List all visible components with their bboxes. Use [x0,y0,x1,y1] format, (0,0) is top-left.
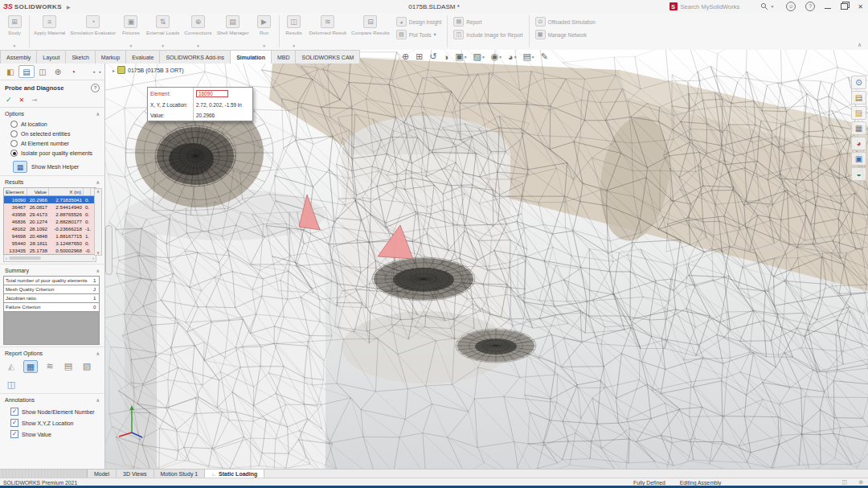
fixtures-button[interactable]: ▣Fixtures▾ [118,13,144,50]
minimize-icon[interactable] [825,8,831,9]
deformed-result-button[interactable]: ≋Deformed Result [307,13,349,50]
display-manager-icon[interactable]: ◔ [66,66,80,77]
tree-expand-icon[interactable]: ▸ [113,68,115,73]
ribbon-collapse-icon[interactable]: ∧ [858,42,862,48]
tab-solidworks-cam[interactable]: SOLIDWORKS CAM [295,50,360,64]
scrollbar-thumb[interactable] [9,256,41,260]
column-header[interactable]: Value [27,188,49,195]
previous-view-icon[interactable]: ↺ [429,51,436,62]
result-row[interactable]: 4816228.1092-0.23666218-1. [4,225,96,232]
show-mesh-helper[interactable]: ▦ Show Mesh Helper [13,161,104,173]
dimxpert-manager-icon[interactable]: ⊕ [51,66,65,77]
view-orientation-icon[interactable]: ▣▾ [455,51,466,62]
design-insight-button[interactable]: ◕Design Insight [396,17,442,27]
results-table[interactable]: ElementValueX (in) 1609020.29662.7183504… [3,187,96,255]
configuration-manager-icon[interactable]: ◫ [35,66,50,77]
display-style-icon[interactable]: ▨▾ [473,51,484,62]
report-options-section-header[interactable]: Report Options∧ [0,348,104,358]
comments-icon[interactable]: ✎ [541,51,548,62]
dropdown-icon[interactable]: ▾ [197,43,199,50]
property-manager-icon[interactable]: ▤ [18,65,35,78]
capture-image-icon[interactable]: ▧ [80,360,93,371]
tab-layout[interactable]: Layout [36,50,66,64]
radio-at-element-number[interactable]: At Element number [10,140,104,147]
apply-material-button[interactable]: ≡Apply Material [31,13,68,50]
result-row[interactable]: 4395829.41732.887655260. [4,211,96,218]
status-units-icon[interactable]: ◫ [842,479,848,486]
options-section-header[interactable]: Options∧ [0,109,104,118]
dropdown-icon[interactable]: ▾ [293,43,295,50]
tab-sketch[interactable]: Sketch [65,50,95,64]
feature-manager-tree-icon[interactable]: ◧ [3,66,18,77]
edit-appearance-icon[interactable]: ◕▾ [508,52,516,62]
tab-assembly[interactable]: Assembly [0,50,37,64]
panel-scrollbar-thumb[interactable] [105,225,113,275]
connections-button[interactable]: ⊕Connections▾ [182,13,214,50]
column-header[interactable]: Element [4,188,27,195]
search-icon[interactable] [760,2,768,10]
tab-simulation[interactable]: Simulation [230,50,272,64]
radio-at-location[interactable]: At location [10,121,104,128]
report-button[interactable]: ▤Report [453,17,522,27]
include-report-icon[interactable]: ▦ [23,360,38,373]
shell-manager-button[interactable]: ▤Shell Manager [215,13,252,50]
dropdown-icon[interactable]: ▾ [433,31,436,38]
dropdown-icon[interactable]: ▾ [14,43,16,50]
results-vertical-scrollbar[interactable]: ∧∨ [94,188,102,256]
close-icon[interactable]: ✕ [858,3,863,10]
collapse-icon[interactable]: ∧ [96,268,100,273]
save-report-icon[interactable]: ◭ [5,360,18,371]
result-row[interactable]: 13343525.17380.50002968-0. [4,247,96,254]
design-library-icon[interactable]: ▤ [851,91,866,105]
login-icon[interactable]: ☺ [786,2,796,11]
view-settings-icon[interactable]: ▤▾ [522,51,534,62]
file-explorer-icon[interactable]: ▨ [851,106,866,120]
hide-show-items-icon[interactable]: ◉▾ [491,51,502,62]
collapse-icon[interactable]: ∧ [96,179,100,185]
column-header[interactable]: X (in) [49,188,84,195]
checkbox-show-x-y-z-location[interactable]: ✓Show X,Y,Z Location [10,419,104,427]
checkbox-show-value[interactable]: ✓Show Value [10,430,104,438]
solidworks-resources-icon[interactable]: ⊙ [851,76,866,89]
collapse-icon[interactable]: ∧ [96,351,100,356]
manage-network-button[interactable]: ▦Manage Network [535,30,596,39]
study-button[interactable]: ⊞Study▾ [2,13,27,50]
include-image-for-report-button[interactable]: ◫Include Image for Report [453,30,522,39]
dropdown-icon[interactable]: ▾ [162,43,164,50]
tab-markup[interactable]: Markup [95,50,126,64]
results-horizontal-scrollbar[interactable]: ‹› [3,255,96,262]
help-icon[interactable]: ? [805,2,815,11]
compare-results-button[interactable]: ⊟Compare Results [349,13,392,50]
response-graph-icon[interactable]: ≋ [43,360,56,371]
tree-root-label[interactable]: 0175B (0175B 3 ORT) [128,68,184,73]
search-options-icon[interactable]: ▾ [772,4,774,9]
result-row[interactable]: 4683620.12742.882801770. [4,218,96,225]
feature-tree-flyout[interactable]: ▸ 0175B (0175B 3 ORT) [113,66,184,74]
section-view-icon[interactable]: ◑ [444,52,449,62]
search-input[interactable]: Search MySolidWorks [681,3,757,10]
zoom-to-area-icon[interactable]: ⊞ [416,51,423,62]
collapse-icon[interactable]: ∧ [96,397,100,403]
offloaded-simulation-button[interactable]: ⊙Offloaded Simulation [535,17,596,27]
appearances-scenes-icon[interactable]: ◕ [851,137,866,150]
external-loads-button[interactable]: ⇅External Loads▾ [144,13,182,50]
plot-tools-button[interactable]: ▧Plot Tools▾ [396,30,442,39]
annotations-section-header[interactable]: Annotations∧ [0,395,104,404]
summary-section-header[interactable]: Summary∧ [0,265,104,275]
panel-help-icon[interactable]: ? [91,84,100,92]
graphics-viewport[interactable]: ▸ 0175B (0175B 3 ORT) ⊕⊞↺◑▣▾▨▾◉▾◕▾▤▾✎ El… [104,50,868,469]
collapse-icon[interactable]: ∧ [96,111,100,117]
tab-evaluate[interactable]: Evaluate [125,50,160,64]
result-row[interactable]: 3646726.08172.544149400. [4,203,96,211]
copy-icon[interactable]: ◫ [5,379,18,390]
solidworks-forum-icon[interactable]: ◒ [851,167,866,181]
tab-mbd[interactable]: MBD [271,50,297,64]
restore-icon[interactable] [841,3,848,10]
mesh-helper-icon[interactable]: ▦ [13,161,27,173]
view-palette-icon[interactable]: ▦ [851,121,866,135]
result-row[interactable]: 1609020.29662.718350410. [4,196,96,203]
result-row[interactable]: 9544028.18113.124876500. [4,240,96,247]
result-row[interactable]: 9469820.48481.881677151. [4,232,96,240]
run-button[interactable]: ▶Run▾ [252,13,277,50]
manager-tab-arrows[interactable]: ◂ ▸ [93,69,103,74]
